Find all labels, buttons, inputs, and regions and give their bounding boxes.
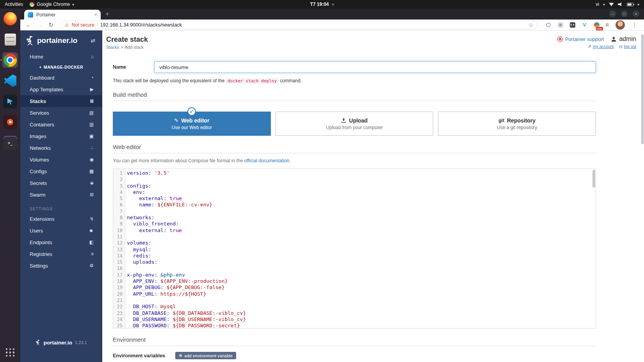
- sidebar-item-services[interactable]: Services▤: [20, 107, 102, 119]
- system-tray[interactable]: vi ▾ ▾: [596, 2, 644, 7]
- editor-line[interactable]: 2: [113, 176, 596, 183]
- reading-list-icon[interactable]: ≡: [605, 21, 609, 28]
- sidebar-item-endpoints[interactable]: Endpoints◧: [20, 236, 102, 248]
- reload-button[interactable]: ↻: [46, 21, 56, 28]
- forward-button[interactable]: →: [35, 21, 44, 28]
- sidebar-item-registries[interactable]: Registries≡: [20, 248, 102, 260]
- extension-icon-1[interactable]: [545, 21, 552, 28]
- compose-editor[interactable]: 1version: '3.5'23configs:4 env:5 externa…: [113, 169, 596, 328]
- editor-line[interactable]: 18 APP_ENV: ${APP_ENV:-production}: [113, 278, 596, 284]
- method-web-editor[interactable]: ✓ ✎ Web editor Use our Web editor: [113, 112, 271, 136]
- breadcrumb-stacks-link[interactable]: Stacks: [106, 45, 119, 50]
- sidebar-item-containers[interactable]: Containers▥: [20, 119, 102, 130]
- app-menu[interactable]: Google Chrome ▾: [29, 2, 74, 7]
- editor-line[interactable]: 5 external: true: [113, 195, 596, 202]
- networks-icon: ∴: [91, 145, 94, 151]
- editor-scrollbar-thumb[interactable]: [592, 170, 595, 188]
- editor-line[interactable]: 12volumes:: [113, 240, 596, 246]
- sidebar-item-label: Dashboard: [30, 75, 91, 81]
- method-upload[interactable]: Upload Upload from your computer: [276, 112, 434, 136]
- extension-icon-3[interactable]: [569, 21, 576, 28]
- editor-line[interactable]: 20 APP_URL: https://${HOST}: [113, 291, 596, 297]
- my-account-link[interactable]: my account: [588, 44, 614, 49]
- minimize-button[interactable]: –: [609, 11, 616, 17]
- sidebar-item-extensions[interactable]: Extensions↯: [20, 213, 102, 225]
- dock-firefox[interactable]: [2, 11, 18, 27]
- add-env-label: add environment variable: [184, 353, 233, 358]
- editor-line[interactable]: 7: [113, 208, 596, 215]
- editor-line[interactable]: 11: [113, 234, 596, 240]
- editor-line[interactable]: 14 redis:: [113, 253, 596, 259]
- editor-line[interactable]: 16: [113, 265, 596, 272]
- sidebar-item-app-templates[interactable]: App Templates▶: [20, 83, 102, 95]
- editor-line[interactable]: 15 uploads:: [113, 259, 596, 265]
- sidebar-item-users[interactable]: Users☻: [20, 225, 102, 236]
- sidebar-item-dashboard[interactable]: Dashboard◔: [20, 72, 102, 83]
- editor-line[interactable]: 24 DB_USERNAME: ${DB_USERNAME:-viblo_cv}: [113, 316, 596, 323]
- dock-vscode[interactable]: [2, 73, 18, 89]
- bookmark-star-icon[interactable]: ☆: [528, 22, 534, 28]
- method-repository[interactable]: git Repository Use a git repository: [438, 112, 596, 136]
- close-tab-icon[interactable]: ×: [94, 12, 97, 18]
- security-label[interactable]: Not secure: [72, 22, 94, 28]
- sidebar-item-stacks[interactable]: Stacks≣: [20, 95, 102, 107]
- dock-chrome[interactable]: [2, 52, 18, 68]
- sidebar-item-settings[interactable]: Settings⚙: [20, 260, 102, 272]
- editor-line[interactable]: 17x-php-env: &php-env: [113, 272, 596, 278]
- add-environment-variable-button[interactable]: ⊕ add environment variable: [175, 352, 236, 359]
- address-bar[interactable]: ⚠ Not secure 192.168.1.34:9000/#/stacks/…: [60, 21, 538, 29]
- editor-line[interactable]: 23 DB_DATABASE: ${DB_DATABASE:-viblo_cv}: [113, 310, 596, 316]
- sidebar-item-volumes[interactable]: Volumes◉: [20, 154, 102, 165]
- editor-line[interactable]: 19 APP_DEBUG: ${APP_DEBUG:-false}: [113, 284, 596, 291]
- app-grid-button[interactable]: [6, 348, 15, 357]
- sidebar-logo-row[interactable]: portainer.io ⇄: [20, 30, 102, 51]
- dock-terminal[interactable]: >_: [2, 135, 18, 151]
- dock-media-app[interactable]: [2, 114, 18, 130]
- page-scrollbar[interactable]: [641, 30, 644, 362]
- sidebar-item-home[interactable]: Home⌂: [20, 51, 102, 62]
- editor-line[interactable]: 21: [113, 297, 596, 303]
- sidebar-item-configs[interactable]: Configs▦: [20, 165, 102, 177]
- code-text: volumes:: [125, 240, 151, 246]
- new-tab-button[interactable]: +: [105, 10, 109, 18]
- maximize-button[interactable]: □: [621, 11, 628, 17]
- official-documentation-link[interactable]: official documentation: [244, 158, 289, 163]
- stack-name-input[interactable]: [154, 61, 596, 73]
- editor-line[interactable]: 13 mysql:: [113, 247, 596, 253]
- dock-files[interactable]: [2, 32, 18, 47]
- editor-line[interactable]: 10 external: true: [113, 227, 596, 234]
- sidebar-item-images[interactable]: Images▣: [20, 130, 102, 142]
- battery-icon: [627, 3, 633, 6]
- sidebar-item-swarm[interactable]: Swarm⊞: [20, 189, 102, 201]
- editor-line[interactable]: 6 name: ${ENVFILE:-cv-env}: [113, 202, 596, 208]
- sidebar-item-secrets[interactable]: Secrets◈: [20, 177, 102, 189]
- editor-line[interactable]: 1version: '3.5': [113, 170, 596, 176]
- extension-icon-4[interactable]: V: [581, 21, 588, 28]
- editor-line[interactable]: 4 env:: [113, 189, 596, 195]
- url-text[interactable]: 192.168.1.34:9000/#/stacks/newstack: [100, 22, 182, 28]
- editor-line[interactable]: 8networks:: [113, 215, 596, 221]
- editor-line[interactable]: 22 DB_HOST: mysql: [113, 303, 596, 310]
- editor-line[interactable]: 3configs:: [113, 183, 596, 189]
- tab-portainer[interactable]: Portainer ×: [24, 10, 101, 20]
- back-button[interactable]: ←: [23, 21, 33, 28]
- sidebar-toggle-icon[interactable]: ⇄: [91, 37, 95, 44]
- browser-menu-icon[interactable]: ⋮: [632, 21, 637, 28]
- close-window-button[interactable]: ×: [633, 11, 639, 17]
- page-scrollbar-thumb[interactable]: [641, 34, 644, 144]
- portainer-support-link[interactable]: Portainer support: [557, 36, 604, 42]
- sidebar-endpoint[interactable]: ♦MANAGE-DOCKER: [20, 62, 102, 72]
- sidebar-item-label: Registries: [30, 251, 91, 257]
- log-out-link[interactable]: log out: [619, 44, 636, 49]
- extension-icon-2[interactable]: [557, 21, 564, 28]
- editor-line[interactable]: 25 DB_PASSWORD: ${DB_PASSWORD:-secret}: [113, 323, 596, 328]
- volume-icon: [618, 2, 623, 7]
- activities-button[interactable]: Activities: [5, 2, 23, 7]
- dock-screenshot-tool[interactable]: [2, 94, 18, 109]
- user-menu[interactable]: admin: [611, 35, 636, 43]
- sidebar-item-networks[interactable]: Networks∴: [20, 142, 102, 154]
- clock-area[interactable]: T7 19:04: [310, 2, 334, 7]
- profile-avatar[interactable]: [616, 20, 625, 30]
- extension-icon-5[interactable]: new: [593, 21, 600, 28]
- editor-line[interactable]: 9 viblo_frontend:: [113, 221, 596, 227]
